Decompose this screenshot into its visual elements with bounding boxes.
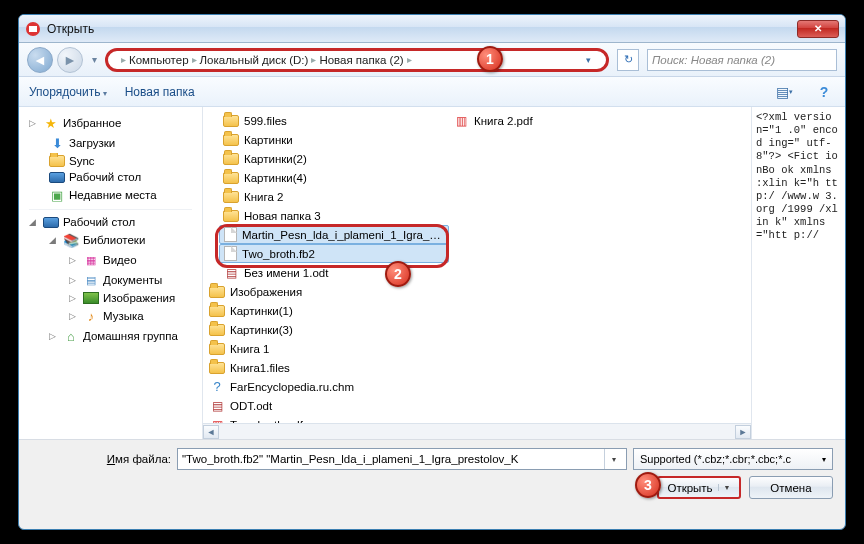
breadcrumb-bar[interactable]: ▸ Компьютер ▸ Локальный диск (D:) ▸ Нова… <box>105 48 609 72</box>
folder-icon <box>223 153 239 165</box>
pdf-icon: ▥ <box>453 113 469 129</box>
chm-icon: ? <box>209 379 225 395</box>
desktop-icon <box>43 217 59 228</box>
breadcrumb-item[interactable]: Локальный диск (D:) <box>200 54 309 66</box>
refresh-button[interactable]: ↻ <box>617 49 639 71</box>
file-item[interactable]: Новая папка 3 <box>219 206 449 225</box>
sidebar-item-recent[interactable]: Недавние места <box>69 189 157 201</box>
folder-icon <box>223 134 239 146</box>
file-item[interactable]: ▥Книга 2.pdf <box>449 111 679 130</box>
sidebar-item-sync[interactable]: Sync <box>69 155 95 167</box>
file-label: Книга 2 <box>244 191 445 203</box>
sidebar-item-music[interactable]: Музыка <box>103 310 144 322</box>
close-button[interactable]: ✕ <box>797 20 839 38</box>
toolbar: Упорядочить Новая папка ▤▾ ? <box>19 77 845 107</box>
help-button[interactable]: ? <box>813 82 835 102</box>
dialog-footer: Имя файла: "Two_broth.fb2" "Martin_Pesn_… <box>19 439 845 509</box>
file-label: Картинки(1) <box>230 305 431 317</box>
nav-back-button[interactable]: ◄ <box>27 47 53 73</box>
folder-icon <box>223 172 239 184</box>
file-item[interactable]: Картинки(2) <box>219 149 449 168</box>
nav-forward-button[interactable]: ► <box>57 47 83 73</box>
nav-history-dropdown[interactable]: ▾ <box>87 47 101 73</box>
search-input[interactable]: Поиск: Новая папка (2) <box>647 49 837 71</box>
homegroup-icon: ⌂ <box>63 328 79 344</box>
file-label: Картинки <box>244 134 445 146</box>
sidebar-item-downloads[interactable]: Загрузки <box>69 137 115 149</box>
folder-icon <box>209 362 225 374</box>
file-label: Two_broth.fb2 <box>242 248 444 260</box>
favorites-header[interactable]: Избранное <box>63 117 121 129</box>
star-icon: ★ <box>43 115 59 131</box>
scroll-right-button[interactable]: ► <box>735 425 751 439</box>
app-icon <box>25 21 41 37</box>
file-label: Картинки(4) <box>244 172 445 184</box>
file-label: Картинки(2) <box>244 153 445 165</box>
file-item[interactable]: 599.files <box>219 111 449 130</box>
filename-input[interactable]: "Two_broth.fb2" "Martin_Pesn_lda_i_plame… <box>177 448 627 470</box>
sidebar-item-video[interactable]: Видео <box>103 254 137 266</box>
file-type-filter[interactable]: Supported (*.cbz;*.cbr;*.cbc;*.c ▾ <box>633 448 833 470</box>
file-label: ODT.odt <box>230 400 431 412</box>
breadcrumb-dropdown[interactable]: ▾ <box>580 55 596 65</box>
file-item[interactable]: Картинки <box>219 130 449 149</box>
file-item[interactable]: Картинки(4) <box>219 168 449 187</box>
open-button[interactable]: Открыть▼ <box>657 476 741 499</box>
folder-icon <box>209 305 225 317</box>
nav-pane[interactable]: ▷★Избранное ⬇Загрузки Sync Рабочий стол … <box>19 107 203 439</box>
sidebar-item-desktop[interactable]: Рабочий стол <box>69 171 141 183</box>
recent-places-icon: ▣ <box>49 187 65 203</box>
music-icon: ♪ <box>83 308 99 324</box>
file-item[interactable]: Книга 2 <box>219 187 449 206</box>
horizontal-scrollbar[interactable]: ◄ ► <box>203 423 751 439</box>
breadcrumb-item[interactable]: Новая папка (2) <box>319 54 403 66</box>
odt-icon: ▤ <box>209 398 225 414</box>
folder-icon <box>223 210 239 222</box>
file-item[interactable]: ▤ODT.odt <box>205 396 435 415</box>
folder-icon <box>209 286 225 298</box>
odt-icon: ▤ <box>223 265 239 281</box>
folder-icon <box>209 324 225 336</box>
desktop-header[interactable]: Рабочий стол <box>63 216 135 228</box>
open-dialog-window: Открыть ✕ ◄ ► ▾ ▸ Компьютер ▸ Локальный … <box>18 14 846 530</box>
search-placeholder: Поиск: Новая папка (2) <box>652 54 775 66</box>
annotation-marker-3: 3 <box>635 472 661 498</box>
filename-history-dropdown[interactable]: ▾ <box>604 449 622 469</box>
video-icon: ▦ <box>83 252 99 268</box>
annotation-marker-2: 2 <box>385 261 411 287</box>
nav-bar: ◄ ► ▾ ▸ Компьютер ▸ Локальный диск (D:) … <box>19 43 845 77</box>
libraries-header[interactable]: Библиотеки <box>83 234 145 246</box>
documents-icon: ▤ <box>83 272 99 288</box>
filename-label: Имя файла: <box>31 453 171 465</box>
file-label: 599.files <box>244 115 445 127</box>
downloads-icon: ⬇ <box>49 135 65 151</box>
annotation-marker-1: 1 <box>477 46 503 72</box>
cancel-button[interactable]: Отмена <box>749 476 833 499</box>
file-item[interactable]: Картинки(1) <box>205 301 435 320</box>
sidebar-item-images[interactable]: Изображения <box>103 292 175 304</box>
file-list[interactable]: 2 599.filesКартинкиКартинки(2)Картинки(4… <box>203 107 751 439</box>
file-item[interactable]: ▤Без имени 1.odt <box>219 263 449 282</box>
dialog-body: ▷★Избранное ⬇Загрузки Sync Рабочий стол … <box>19 107 845 439</box>
sidebar-item-documents[interactable]: Документы <box>103 274 162 286</box>
file-item[interactable]: Two_broth.fb2 <box>219 244 449 263</box>
file-item[interactable]: ?FarEncyclopedia.ru.chm <box>205 377 435 396</box>
file-label: Книга1.files <box>230 362 431 374</box>
file-label: Изображения <box>230 286 431 298</box>
svg-rect-1 <box>29 26 37 32</box>
file-item[interactable]: Martin_Pesn_lda_i_plameni_1_Igra_p... <box>219 225 449 244</box>
file-item[interactable]: Книга 1 <box>205 339 435 358</box>
titlebar[interactable]: Открыть ✕ <box>19 15 845 43</box>
libraries-icon: 📚 <box>63 232 79 248</box>
file-item[interactable]: Картинки(3) <box>205 320 435 339</box>
breadcrumb-item[interactable]: Компьютер <box>129 54 189 66</box>
file-icon <box>224 246 237 261</box>
file-item[interactable]: Книга1.files <box>205 358 435 377</box>
sidebar-item-homegroup[interactable]: Домашняя группа <box>83 330 178 342</box>
new-folder-button[interactable]: Новая папка <box>125 85 195 99</box>
view-options-button[interactable]: ▤▾ <box>773 82 795 102</box>
file-label: Картинки(3) <box>230 324 431 336</box>
file-label: Martin_Pesn_lda_i_plameni_1_Igra_p... <box>242 229 444 241</box>
organize-menu[interactable]: Упорядочить <box>29 85 107 99</box>
scroll-left-button[interactable]: ◄ <box>203 425 219 439</box>
